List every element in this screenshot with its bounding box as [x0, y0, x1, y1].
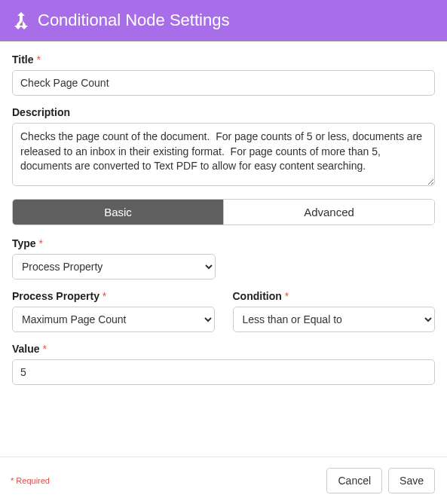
- description-label: Description: [12, 106, 435, 118]
- save-button[interactable]: Save: [388, 468, 435, 493]
- description-textarea[interactable]: Checks the page count of the document. F…: [12, 123, 435, 186]
- required-star: *: [42, 343, 46, 355]
- condition-select[interactable]: Less than or Equal to: [233, 307, 436, 332]
- required-star: *: [11, 476, 14, 485]
- value-label: Value *: [12, 343, 435, 355]
- process-property-label: Process Property *: [12, 290, 215, 302]
- value-label-text: Value: [12, 343, 40, 355]
- type-label: Type *: [12, 237, 435, 249]
- required-note-text: Required: [16, 476, 50, 485]
- process-property-select[interactable]: Maximum Page Count: [12, 307, 215, 332]
- cancel-button[interactable]: Cancel: [326, 468, 382, 493]
- modal-header: Conditional Node Settings: [0, 0, 447, 41]
- modal-title: Conditional Node Settings: [38, 11, 229, 30]
- type-label-text: Type: [12, 237, 36, 249]
- modal-footer: * Required Cancel Save: [0, 457, 447, 504]
- branch-icon: [12, 11, 30, 30]
- title-input[interactable]: [12, 70, 435, 96]
- condition-label-text: Condition: [233, 290, 282, 302]
- tab-basic[interactable]: Basic: [13, 200, 223, 225]
- form-body: Title * Description Checks the page coun…: [0, 41, 447, 402]
- tab-advanced[interactable]: Advanced: [223, 200, 434, 225]
- value-input[interactable]: [12, 359, 435, 385]
- condition-label: Condition *: [233, 290, 436, 302]
- tab-row: Basic Advanced: [12, 199, 435, 225]
- required-star: *: [103, 290, 106, 302]
- title-label: Title *: [12, 53, 435, 66]
- title-label-text: Title: [12, 53, 34, 66]
- required-star: *: [285, 290, 289, 302]
- type-select[interactable]: Process Property: [12, 254, 216, 279]
- required-star: *: [36, 53, 40, 66]
- footer-actions: Cancel Save: [326, 468, 435, 493]
- required-star: *: [39, 237, 43, 249]
- process-property-label-text: Process Property: [12, 290, 100, 302]
- required-note: * Required: [11, 476, 50, 485]
